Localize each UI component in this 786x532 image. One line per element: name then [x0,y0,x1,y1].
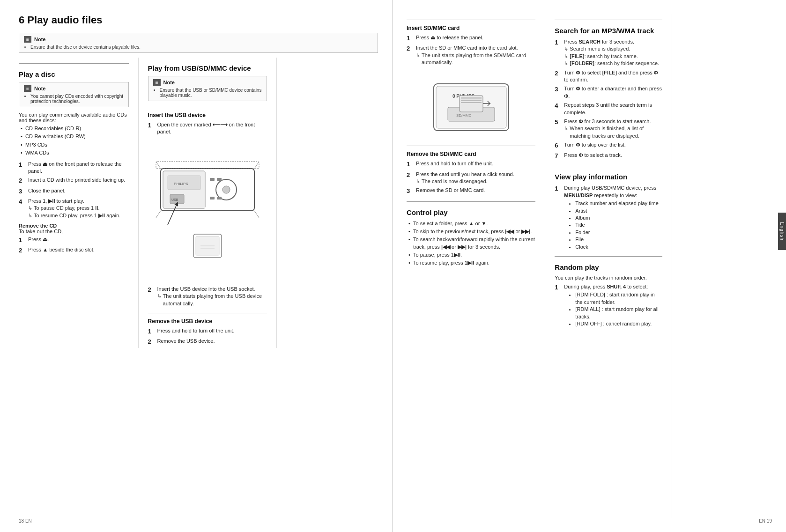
language-tab: English [778,213,786,250]
left-page: 6 Play audio files Note Ensure that the … [0,0,393,532]
page-number-left: 18 EN [19,518,32,524]
random-content-1: During play, press SHUF, 4 to select: [R… [564,283,662,327]
search-title: Search for an MP3/WMA track [555,27,662,35]
rdm-off: [RDM OFF] : cancel random play. [575,320,662,327]
rdm-fold: [RDM FOLD] : start random play in the cu… [575,291,662,306]
right-col1: Insert SD/MMC card 1 Press ⏏ to release … [407,14,545,518]
usb-step-1: 1 Open the cover marked ⟵⟶ on the front … [148,121,267,136]
view-items: Track number and elapsed play time Artis… [571,200,662,251]
ctrl-item-5: To resume play, press 1▶II again. [407,259,535,266]
random-items: [RDM FOLD] : start random play in the cu… [571,291,662,327]
svg-rect-17 [156,162,259,169]
search-text-4: Repeat steps 3 until the search term is … [564,102,652,115]
remove-usb-num-2: 2 [148,338,155,346]
step-sub-4b: To resume CD play, press 1 ▶II again. [28,212,129,219]
remove-sd-steps: 1 Press and hold to turn off the unit. 2… [407,160,535,195]
view-item-4: Title [575,222,662,229]
usb-note-text: Ensure that the USB or SD/MMC device con… [153,88,262,98]
step-num-2: 2 [19,177,25,185]
svg-rect-7 [217,197,222,200]
divider-remove-sd [407,146,535,146]
remove-usb-text-2: Remove the USB device. [157,338,215,344]
remove-step-2: 2 Press ▲ beside the disc slot. [19,246,129,255]
search-text-5: Press Φ for 3 seconds to start search. [564,118,651,124]
usb-step-num-2: 2 [148,286,155,307]
right-col2: Search for an MP3/WMA track 1 Press SEAR… [545,14,672,518]
top-note-text: Ensure that the disc or device contains … [24,44,373,50]
right-col3 [672,14,772,518]
device-svg: PHILIPS USB [151,140,264,281]
step-content-1: Press ⏏ on the front panel to release th… [28,161,129,175]
svg-text:PHILIPS: PHILIPS [174,182,188,186]
play-disc-note: Note You cannot play CDs encoded with co… [19,82,129,107]
control-play-title: Control play [407,208,535,216]
note-header: Note [24,85,124,92]
remove-usb-num-1: 1 [148,327,155,336]
sdcard-svg: SD/MMC 0 PHILIPS [424,70,518,140]
remove-sd-num-1: 1 [407,160,413,169]
svg-line-15 [254,211,259,218]
usb-step-2: 2 Insert the USB device into the USB soc… [148,286,267,307]
svg-rect-28 [461,97,482,99]
sd-sub-2: The unit starts playing from the SD/MMC … [416,52,535,66]
search-step-2: 2 Turn Φ to select [FILE] and then press… [555,69,662,84]
usb-note: Note Ensure that the USB or SD/MMC devic… [148,76,267,101]
random-play-title: Random play [555,263,662,271]
search-step-1: 1 Press SEARCH for 3 seconds. Search men… [555,38,662,67]
remove-num-1: 1 [19,236,25,244]
sd-text-2: Insert the SD or MMC card into the card … [416,45,518,51]
divider-view [555,166,662,166]
ctrl-item-4: To pause, press 1▶II. [407,251,535,259]
divider-remove-usb [148,313,267,313]
view-item-2: Artist [575,207,662,214]
remove-usb-step-1: 1 Press and hold to turn off the unit. [148,327,267,336]
insert-sd-steps: 1 Press ⏏ to release the panel. 2 Insert… [407,34,535,66]
device-image: PHILIPS USB [151,140,264,281]
remove-cd-steps: 1 Press ⏏. 2 Press ▲ beside the disc slo… [19,236,129,255]
sd-content-1: Press ⏏ to release the panel. [416,34,535,43]
view-item-3: Album [575,214,662,222]
rdm-all: [RDM ALL] : start random play for all tr… [575,306,662,320]
usb-step-num-1: 1 [148,121,155,136]
view-num-1: 1 [555,185,561,251]
svg-rect-4 [210,178,215,181]
svg-text:USB: USB [171,198,178,201]
remove-sd-step-2: 2 Press the card until you hear a click … [407,171,535,185]
remove-cd-bold: Remove the CD [19,223,129,229]
search-step-6: 6 Turn Φ to skip over the list. [555,141,662,150]
search-content-1: Press SEARCH for 3 seconds. Search menu … [564,38,662,67]
view-item-5: Folder [575,229,662,236]
view-intro: During play USB/SD/MMC device, press MEN… [564,185,656,198]
usb-note-item: Ensure that the USB or SD/MMC device con… [160,88,262,98]
remove-content-2: Press ▲ beside the disc slot. [28,246,129,255]
view-step-1: 1 During play USB/SD/MMC device, press M… [555,185,662,251]
step-3: 3 Close the panel. [19,187,129,196]
random-step-1: 1 During play, press SHUF, 4 to select: … [555,283,662,327]
remove-usb-steps: 1 Press and hold to turn off the unit. 2… [148,327,267,346]
disc-type-cdr: CD-Recordables (CD-R) [19,125,129,132]
play-disc-steps: 1 Press ⏏ on the front panel to release … [19,161,129,219]
page-number-right: EN 19 [759,518,772,524]
usb-step-content-1: Open the cover marked ⟵⟶ on the front pa… [157,121,267,136]
svg-text:SD/MMC: SD/MMC [456,113,472,118]
sdcard-image: SD/MMC 0 PHILIPS [424,70,518,140]
usb-step-content-2: Insert the USB device into the USB socke… [157,286,267,307]
step-1: 1 Press ⏏ on the front panel to release … [19,161,129,175]
ctrl-item-2: To skip to the previous/next track, pres… [407,228,535,235]
sd-num-1: 1 [407,34,413,43]
random-num-1: 1 [555,283,561,327]
search-num-4: 4 [555,102,561,116]
remove-usb-step-2: 2 Remove the USB device. [148,338,267,346]
top-note-header: Note [24,36,373,43]
note-item-copyright: You cannot play CDs encoded with copyrig… [30,94,124,104]
chapter-title: 6 Play audio files [19,14,378,26]
ctrl-item-1: To select a folder, press ▲ or ▼. [407,220,535,227]
search-step-3: 3 Turn Φ to enter a character and then p… [555,85,662,100]
step-content-4: Press 1, ▶II to start play. To pause CD … [28,198,129,219]
note-label-2: Note [34,86,45,91]
view-play-title: View play information [555,173,662,181]
step-4: 4 Press 1, ▶II to start play. To pause C… [19,198,129,219]
disc-intro: You can play commercially available audi… [19,112,129,123]
remove-sd-step-3: 3 Remove the SD or MMC card. [407,187,535,195]
remove-sd-content-1: Press and hold to turn off the unit. [416,160,535,169]
